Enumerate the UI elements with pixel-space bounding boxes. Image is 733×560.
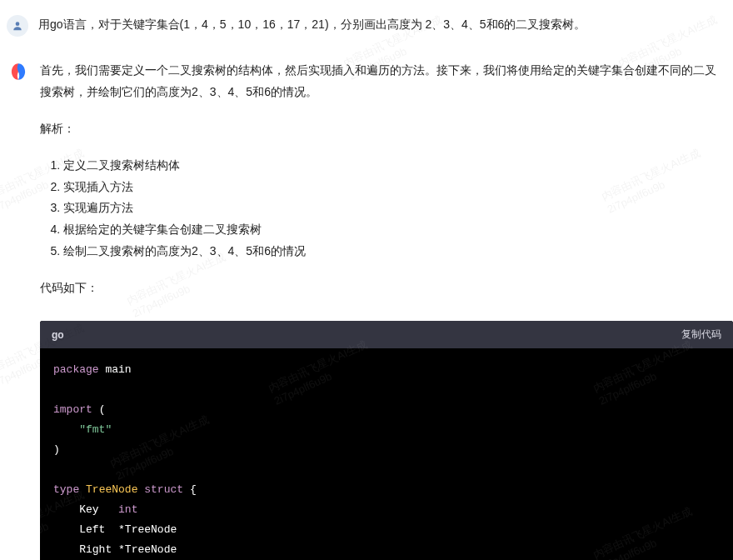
code-block: go 复制代码 package main import ( "fmt" ) ty… [40, 321, 733, 560]
answer-intro: 首先，我们需要定义一个二叉搜索树的结构体，然后实现插入和遍历的方法。接下来，我们… [40, 60, 726, 103]
code-header: go 复制代码 [40, 321, 733, 348]
user-avatar-icon [7, 15, 28, 37]
answer-row: 首先，我们需要定义一个二叉搜索树的结构体，然后实现插入和遍历的方法。接下来，我们… [0, 45, 733, 314]
analysis-label: 解析： [40, 118, 726, 140]
list-item: 实现插入方法 [63, 177, 726, 198]
code-label: 代码如下： [40, 278, 726, 299]
question-row: 用go语言，对于关键字集合(1，4，5，10，16，17，21)，分别画出高度为… [0, 0, 733, 45]
answer-content: 首先，我们需要定义一个二叉搜索树的结构体，然后实现插入和遍历的方法。接下来，我们… [40, 60, 726, 314]
list-item: 绘制二叉搜索树的高度为2、3、4、5和6的情况 [63, 241, 726, 262]
list-item: 定义二叉搜索树结构体 [63, 155, 726, 177]
analysis-steps: 定义二叉搜索树结构体 实现插入方法 实现遍历方法 根据给定的关键字集合创建二叉搜… [55, 155, 726, 262]
question-text: 用go语言，对于关键字集合(1，4，5，10，16，17，21)，分别画出高度为… [38, 15, 586, 33]
copy-code-button[interactable]: 复制代码 [681, 328, 721, 342]
ai-avatar-icon [7, 60, 30, 83]
list-item: 根据给定的关键字集合创建二叉搜索树 [63, 219, 726, 241]
svg-point-0 [16, 22, 20, 26]
code-language-label: go [52, 329, 64, 341]
list-item: 实现遍历方法 [63, 198, 726, 219]
code-body[interactable]: package main import ( "fmt" ) type TreeN… [40, 348, 733, 560]
